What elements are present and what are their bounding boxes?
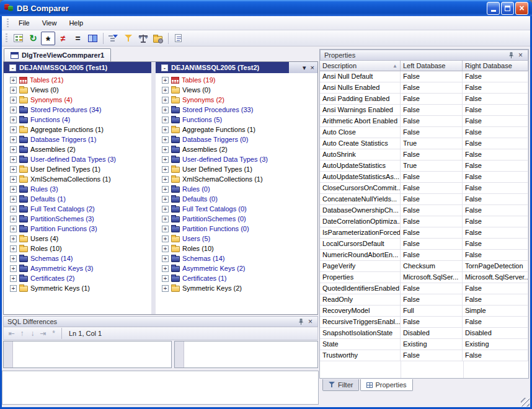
property-row[interactable]: RecoveryModel Full Simple: [320, 306, 528, 317]
left-database-tree[interactable]: + Tables (21) + Views (0): [4, 73, 151, 314]
property-row[interactable]: Ansi Padding Enabled False False: [320, 94, 528, 105]
tree-item[interactable]: + Rules (3): [4, 184, 151, 194]
tree-item[interactable]: + Asymmetric Keys (3): [4, 263, 151, 273]
expand-icon[interactable]: +: [162, 97, 169, 103]
property-row[interactable]: DateCorrelationOptimiza... False False: [320, 216, 528, 227]
expand-icon[interactable]: +: [10, 176, 17, 183]
tree-item[interactable]: + Full Text Catalogs (0): [156, 204, 317, 214]
expand-icon[interactable]: +: [162, 206, 169, 213]
tree-item[interactable]: + XmlSchemaCollections (1): [4, 174, 151, 184]
property-row[interactable]: Auto Close False False: [320, 127, 528, 138]
toolbar-grip[interactable]: [6, 33, 7, 43]
expand-icon[interactable]: +: [10, 206, 17, 213]
expand-icon[interactable]: +: [10, 166, 17, 173]
tree-item[interactable]: + Full Text Catalogs (2): [4, 204, 151, 214]
property-row[interactable]: DatabaseOwnershipCh... False False: [320, 205, 528, 216]
expand-icon[interactable]: +: [10, 275, 17, 282]
tree-item[interactable]: + PartitionSchemes (3): [4, 214, 151, 224]
column-header-description[interactable]: Description ▲: [320, 61, 401, 71]
chevron-down-icon[interactable]: ▾: [303, 64, 306, 72]
menu-item[interactable]: File: [12, 17, 36, 29]
expand-icon[interactable]: +: [162, 77, 169, 84]
tree-item[interactable]: + Aggregate Functions (1): [4, 125, 151, 134]
tree-item[interactable]: + Asymmetric Keys (2): [156, 263, 317, 273]
property-row[interactable]: Properties Microsoft.SqlSer... Microsoft…: [320, 272, 528, 283]
tree-item[interactable]: + Roles (10): [4, 244, 151, 253]
property-row[interactable]: Trustworthy False False: [320, 350, 528, 361]
property-row[interactable]: Ansi Warnings Enabled False False: [320, 105, 528, 116]
tree-item[interactable]: + Users (4): [4, 234, 151, 244]
tree-item[interactable]: + Schemas (14): [4, 253, 151, 263]
tree-item[interactable]: + User Defined Types (1): [156, 164, 317, 174]
tree-item[interactable]: + Roles (10): [156, 244, 317, 253]
expand-icon[interactable]: +: [162, 107, 169, 113]
properties-panel-header[interactable]: Properties ×: [320, 50, 528, 61]
document-close-icon[interactable]: ×: [311, 64, 314, 71]
tree-item[interactable]: + Users (5): [156, 234, 317, 244]
tree-item[interactable]: + PartitionSchemes (0): [156, 214, 317, 224]
expand-icon[interactable]: +: [162, 186, 169, 193]
expand-icon[interactable]: +: [10, 136, 17, 143]
property-row[interactable]: ConcatenateNullYields... False False: [320, 194, 528, 205]
show-different-objects-button[interactable]: ≠: [56, 32, 70, 45]
expand-icon[interactable]: +: [162, 117, 169, 123]
expand-icon[interactable]: +: [162, 166, 169, 173]
tree-item[interactable]: + Views (0): [156, 85, 317, 95]
menu-item[interactable]: View: [36, 17, 63, 29]
property-row[interactable]: LocalCursorsDefault False False: [320, 239, 528, 250]
tree-item[interactable]: + User-defined Data Types (3): [156, 154, 317, 164]
maximize-button[interactable]: [501, 2, 514, 15]
expand-icon[interactable]: +: [162, 126, 169, 133]
tree-item[interactable]: + XmlSchemaCollections (1): [156, 174, 317, 184]
right-sql-editor[interactable]: [174, 341, 318, 368]
tree-item[interactable]: + Partition Functions (3): [4, 224, 151, 234]
panel-close-icon[interactable]: ×: [516, 51, 525, 59]
left-sql-editor[interactable]: [3, 341, 172, 368]
property-row[interactable]: PageVerify Checksum TornPageDetection: [320, 261, 528, 272]
tab-properties[interactable]: Properties: [360, 379, 412, 391]
expand-icon[interactable]: +: [10, 245, 17, 252]
property-row[interactable]: NumericRoundAbortEn... False False: [320, 250, 528, 261]
show-equal-objects-button[interactable]: =: [71, 32, 85, 45]
tree-item[interactable]: + Symmetric Keys (1): [4, 283, 151, 293]
sql-difference-detail-pane[interactable]: [2, 371, 319, 405]
expand-icon[interactable]: +: [10, 87, 17, 94]
expand-icon[interactable]: +: [162, 275, 169, 282]
tree-item[interactable]: + Certificates (1): [156, 273, 317, 283]
property-row[interactable]: QuotedIdentifiersEnabled False False: [320, 283, 528, 294]
property-row[interactable]: AutoShrink False False: [320, 149, 528, 161]
tree-item[interactable]: + Functions (5): [156, 115, 317, 125]
expand-icon[interactable]: +: [10, 255, 17, 262]
show-all-objects-button[interactable]: *: [41, 32, 55, 45]
property-row[interactable]: AutoUpdateStatistics True False: [320, 161, 528, 172]
expand-icon[interactable]: +: [162, 285, 169, 292]
tab-filter[interactable]: Filter: [322, 379, 359, 391]
property-row[interactable]: AutoUpdateStatisticsAs... False False: [320, 172, 528, 183]
menu-item[interactable]: Help: [63, 17, 89, 29]
expand-icon[interactable]: +: [162, 226, 169, 232]
tree-item[interactable]: + Stored Procedures (33): [156, 105, 317, 115]
tree-item[interactable]: + Tables (19): [156, 75, 317, 85]
property-row[interactable]: Auto Create Statistics True False: [320, 138, 528, 149]
tree-item[interactable]: + Database Triggers (0): [156, 134, 317, 144]
first-difference-icon[interactable]: ⇤: [6, 330, 17, 337]
tree-item[interactable]: + Synonyms (4): [4, 95, 151, 105]
panel-close-icon[interactable]: ×: [306, 317, 315, 326]
title-bar[interactable]: DB Comparer ×: [0, 0, 532, 16]
tree-item[interactable]: + Rules (0): [156, 184, 317, 194]
property-row[interactable]: State Existing Existing: [320, 339, 528, 350]
tree-splitter[interactable]: [151, 62, 156, 73]
expand-icon[interactable]: +: [10, 226, 17, 232]
property-row[interactable]: ReadOnly False False: [320, 294, 528, 306]
tree-item[interactable]: + Partition Functions (0): [156, 224, 317, 234]
property-row[interactable]: Ansi Null Default False False: [320, 71, 528, 82]
right-database-tree[interactable]: + Tables (19) + Views (0): [156, 73, 317, 314]
menubar-grip[interactable]: [7, 19, 9, 28]
collapse-icon[interactable]: -: [161, 64, 168, 71]
tree-item[interactable]: + Tables (21): [4, 75, 151, 85]
expand-icon[interactable]: +: [162, 176, 169, 183]
tree-item[interactable]: + Functions (4): [4, 115, 151, 125]
document-tab[interactable]: DlgTreeViewCommparer1: [4, 48, 111, 61]
tree-item[interactable]: + Database Triggers (1): [4, 134, 151, 144]
expand-icon[interactable]: +: [162, 87, 169, 94]
